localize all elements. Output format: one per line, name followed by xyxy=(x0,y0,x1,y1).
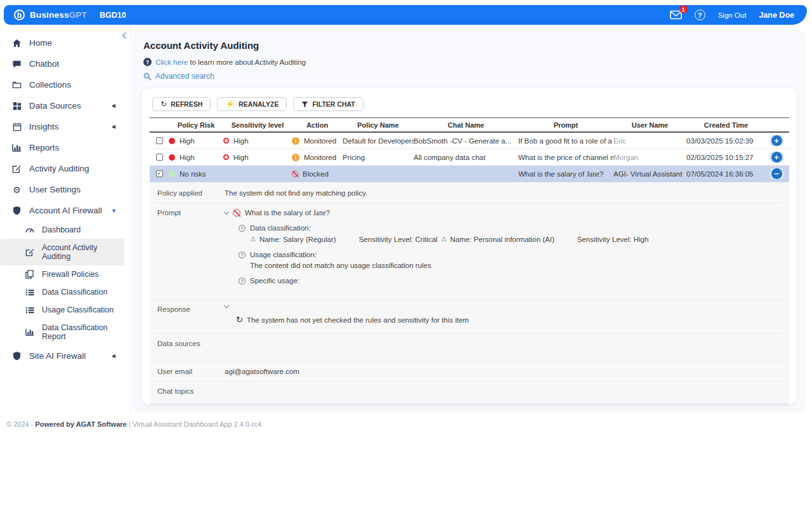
row-checkbox-checked[interactable]: ✓ xyxy=(156,170,163,177)
action-label: Monitored xyxy=(304,137,336,145)
bar-chart-icon xyxy=(11,144,22,152)
sensitivity-high-icon xyxy=(223,138,229,144)
question-circle-icon: ? xyxy=(239,251,246,258)
edit-icon xyxy=(24,248,35,257)
sidebar-item-label: Chatbot xyxy=(29,59,59,69)
sidebar-item-collections[interactable]: Collections xyxy=(0,74,131,95)
sidebar-item-label: Insights xyxy=(29,122,59,131)
expand-row-button[interactable]: + xyxy=(771,135,782,146)
table-row[interactable]: High High ! Monitored Pricing All compan… xyxy=(150,149,789,166)
chevron-down-icon: ▼ xyxy=(111,208,117,214)
sidebar-item-dashboard[interactable]: Dashboard xyxy=(0,221,131,239)
column-header-chat-name[interactable]: Chat Name xyxy=(414,121,518,129)
help-line: ? Click here to learn more about Activit… xyxy=(143,58,797,66)
column-header-prompt[interactable]: Prompt xyxy=(518,121,613,129)
column-header-created-time[interactable]: Created Time xyxy=(686,121,766,129)
detail-policy-applied: Policy applied The system did not find a… xyxy=(154,184,783,203)
reanalyze-label: REANALYZE xyxy=(239,100,278,108)
reanalyze-button[interactable]: ⚡ REANALYZE xyxy=(217,97,287,111)
policy-name-cell: Pricing xyxy=(343,154,365,161)
sidebar-item-home[interactable]: Home xyxy=(0,32,131,53)
detail-label: Response xyxy=(154,305,225,328)
brand-light: GPT xyxy=(69,10,87,20)
prompt-cell: What is the salary of Jane? xyxy=(518,170,603,178)
prompt-cell: What is the price of channel ma... xyxy=(518,154,613,161)
column-header-sensitivity-level[interactable]: Sensitivity level xyxy=(223,121,292,129)
help-text: Click here to learn more about Activity … xyxy=(155,58,306,66)
sidebar-item-chatbot[interactable]: Chatbot xyxy=(0,53,131,74)
filter-chat-button[interactable]: FILTER CHAT xyxy=(293,97,363,111)
sidebar-item-label: Reports xyxy=(29,143,59,152)
chevron-down-icon[interactable] xyxy=(224,303,229,308)
gear-icon: ⚙ xyxy=(11,185,22,194)
sidebar-item-site-ai-firewall[interactable]: Site AI Firewall ◀ xyxy=(0,345,131,366)
content-row: Home Chatbot Collections Data Sources ◀ xyxy=(0,25,812,412)
user-menu[interactable]: Jane Doe xyxy=(759,11,794,20)
refresh-button[interactable]: ↻ REFRESH xyxy=(152,97,211,111)
table-row-selected[interactable]: ✓ No risks Blocked What is the salary of… xyxy=(150,166,789,182)
column-header-user-name[interactable]: User Name xyxy=(613,121,686,129)
advanced-search-label: Advanced search xyxy=(155,72,214,81)
action-label: Blocked xyxy=(303,170,329,178)
page-title: Account Activity Auditing xyxy=(143,40,797,51)
expand-row-button[interactable]: + xyxy=(771,152,782,163)
column-header-policy-name[interactable]: Policy Name xyxy=(343,121,414,129)
sidebar-item-data-classification-report[interactable]: Data Classification Report xyxy=(0,319,131,345)
table-row[interactable]: High High ! Monitored Default for Develo… xyxy=(150,133,789,149)
chevron-down-icon[interactable] xyxy=(224,209,229,214)
monitored-icon: ! xyxy=(292,154,299,161)
sidebar-collapse-button[interactable] xyxy=(121,31,128,40)
mail-button[interactable]: 1 xyxy=(670,10,682,20)
list-icon xyxy=(24,307,35,314)
detail-data-sources: Data sources xyxy=(154,334,783,362)
sidebar-item-label: Account AI Firewall xyxy=(29,206,102,215)
classification-name: Name: Personal information (AI) xyxy=(450,236,554,243)
table-card: ↻ REFRESH ⚡ REANALYZE FILTER CHAT Policy xyxy=(142,88,797,404)
sidebar-item-data-classification[interactable]: Data Classification xyxy=(0,283,131,301)
shield-icon xyxy=(11,351,22,361)
sidebar-item-usage-classification[interactable]: Usage Classification xyxy=(0,301,131,319)
home-icon xyxy=(11,39,22,48)
shield-icon xyxy=(11,206,22,215)
column-header-action[interactable]: Action xyxy=(292,121,343,129)
row-detail-panel: Policy applied The system did not find a… xyxy=(150,182,789,404)
gauge-icon xyxy=(24,227,35,233)
refresh-icon: ↻ xyxy=(236,316,243,324)
help-button[interactable]: ? xyxy=(695,10,705,20)
sidebar-item-label: Data Sources xyxy=(29,101,81,110)
policy-name-cell: Default for Developers xyxy=(343,137,414,145)
detail-label: User email xyxy=(154,368,225,375)
column-header-policy-risk[interactable]: Policy Risk xyxy=(169,121,223,129)
detail-label: Policy applied xyxy=(154,189,225,197)
sidebar-item-activity-auditing[interactable]: Activity Auditing xyxy=(0,158,131,179)
sidebar-item-reports[interactable]: Reports xyxy=(0,137,131,158)
brand[interactable]: b BusinessGPT BGD10 xyxy=(14,10,126,20)
monitored-icon: ! xyxy=(292,137,299,145)
data-sources-value xyxy=(225,340,783,356)
sidebar-item-label: Dashboard xyxy=(42,225,81,234)
advanced-search-link[interactable]: Advanced search xyxy=(143,72,797,81)
row-checkbox[interactable] xyxy=(156,137,163,144)
sidebar-item-user-settings[interactable]: ⚙ User Settings xyxy=(0,179,131,200)
sidebar-item-firewall-policies[interactable]: Firewall Policies xyxy=(0,265,131,283)
sidebar-item-insights[interactable]: Insights ◀ xyxy=(0,116,131,137)
classification-name: Name: Salary (Regular) xyxy=(259,236,336,243)
row-checkbox[interactable] xyxy=(156,154,163,161)
collapse-row-button[interactable]: − xyxy=(771,168,782,179)
sidebar-item-account-activity-auditing[interactable]: Account Activity Auditing xyxy=(0,239,124,265)
learn-more-link[interactable]: Click here xyxy=(155,58,188,66)
sensitivity-label: High xyxy=(233,154,249,161)
businessgpt-logo-icon: b xyxy=(14,10,25,20)
sign-out-button[interactable]: Sign Out xyxy=(718,11,747,19)
grid-icon xyxy=(11,102,22,110)
chat-name-cell: BobSmoth -CV - Generate a... xyxy=(414,137,511,145)
sidebar-item-account-ai-firewall[interactable]: Account AI Firewall ▼ xyxy=(0,200,131,221)
data-classification-label: Data classification: xyxy=(250,224,311,232)
sidebar-item-data-sources[interactable]: Data Sources ◀ xyxy=(0,95,131,116)
environment-label: BGD10 xyxy=(100,11,126,20)
user-name-cell: AGI- Virtual Assistant xyxy=(613,170,682,178)
pages-icon xyxy=(24,270,35,279)
chat-name-cell: All company data chat xyxy=(414,154,485,161)
sidebar-item-label: Data Classification Report xyxy=(42,323,126,341)
question-circle-icon: ? xyxy=(239,277,246,284)
